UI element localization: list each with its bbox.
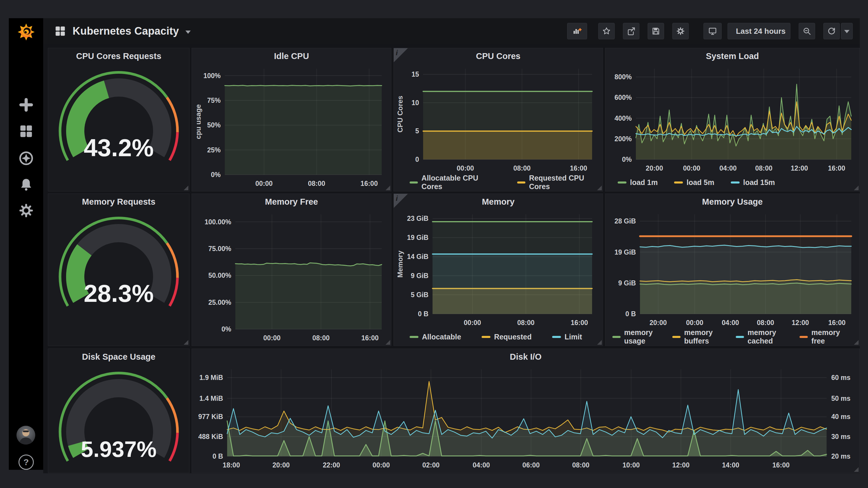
dashboard-header: Kubernetes Capacity: [43, 18, 860, 44]
refresh-button[interactable]: [823, 23, 840, 39]
svg-text:08:00: 08:00: [308, 180, 325, 187]
svg-text:Memory: Memory: [396, 251, 404, 278]
panel-title[interactable]: Memory Requests: [48, 194, 189, 209]
time-range-button[interactable]: Last 24 hours: [727, 23, 790, 39]
svg-text:16:00: 16:00: [362, 334, 379, 342]
memory-chart[interactable]: 0 B5 GiB9 GiB14 GiB19 GiB23 GiB00:0008:0…: [394, 209, 603, 329]
legend-item[interactable]: memory usage: [612, 328, 672, 345]
svg-text:00:00: 00:00: [263, 334, 281, 342]
svg-text:00:00: 00:00: [255, 180, 273, 187]
memory-requests-gauge[interactable]: 28.3%: [48, 209, 189, 342]
panel-title[interactable]: Disk I/O: [192, 349, 860, 365]
add-panel-button[interactable]: [567, 23, 587, 39]
legend-item[interactable]: load 1m: [618, 178, 658, 187]
resize-handle-icon[interactable]: [854, 340, 859, 345]
panel-info-corner[interactable]: i: [394, 194, 408, 208]
panel-system-load: System Load 0%200%400%600%800%20:0000:00…: [605, 48, 860, 191]
svg-text:00:00: 00:00: [464, 319, 481, 326]
legend-item[interactable]: Allocatable: [410, 333, 461, 341]
panel-title[interactable]: Idle CPU: [192, 48, 391, 64]
idle-cpu-chart[interactable]: 0%25%50%75%100%00:0008:0016:00cpu usage: [192, 64, 391, 190]
svg-text:02:00: 02:00: [422, 461, 440, 469]
time-range-label: Last 24 hours: [736, 27, 785, 36]
panel-title[interactable]: Memory: [394, 194, 603, 209]
share-button[interactable]: [623, 23, 640, 39]
svg-text:200%: 200%: [614, 135, 632, 143]
legend-item[interactable]: Allocatable CPU Cores: [410, 174, 497, 191]
grafana-logo[interactable]: [17, 22, 36, 42]
panel-memory: i Memory 0 B5 GiB9 GiB14 GiB19 GiB23 GiB…: [394, 194, 603, 346]
svg-text:23 GiB: 23 GiB: [407, 215, 428, 222]
resize-handle-icon[interactable]: [184, 340, 188, 345]
svg-text:28.3%: 28.3%: [84, 280, 154, 307]
panel-title[interactable]: CPU Cores: [394, 48, 603, 64]
star-button[interactable]: [598, 23, 615, 39]
save-button[interactable]: [648, 23, 664, 39]
resize-handle-icon[interactable]: [597, 340, 602, 345]
memory-usage-chart[interactable]: 0 B9 GiB19 GiB28 GiB20:0000:0004:0008:00…: [605, 209, 860, 329]
svg-text:19 GiB: 19 GiB: [614, 249, 636, 256]
alerting-bell-icon[interactable]: [19, 177, 33, 192]
resize-handle-icon[interactable]: [597, 186, 602, 190]
legend-item[interactable]: memory buffers: [672, 328, 736, 345]
help-icon[interactable]: ?: [19, 455, 34, 470]
svg-text:08:00: 08:00: [513, 164, 531, 172]
panel-title[interactable]: System Load: [605, 48, 860, 64]
panel-title[interactable]: Disk Space Usage: [48, 349, 189, 365]
resize-handle-icon[interactable]: [385, 186, 390, 190]
dashboard-picker-icon[interactable]: [54, 25, 66, 37]
create-plus-icon[interactable]: [19, 97, 33, 112]
chart-legend: Allocatable CPU CoresRequested CPU Cores: [394, 175, 603, 190]
svg-text:08:00: 08:00: [755, 164, 773, 172]
resize-handle-icon[interactable]: [854, 467, 859, 472]
dashboards-grid-icon[interactable]: [19, 124, 33, 139]
svg-text:600%: 600%: [614, 94, 632, 101]
refresh-interval-caret-button[interactable]: [841, 23, 853, 39]
legend-item[interactable]: load 5m: [674, 178, 714, 187]
configuration-gear-icon[interactable]: [19, 203, 33, 218]
svg-text:06:00: 06:00: [522, 461, 540, 469]
svg-text:5.937%: 5.937%: [81, 436, 157, 462]
panel-title[interactable]: Memory Free: [192, 194, 391, 209]
panel-memory-requests: Memory Requests 28.3%: [48, 194, 189, 346]
legend-item[interactable]: load 15m: [731, 178, 775, 187]
svg-text:16:00: 16:00: [570, 319, 588, 326]
legend-item[interactable]: memory free: [800, 328, 852, 345]
chart-legend: load 1mload 5mload 15m: [605, 175, 860, 190]
svg-text:20:00: 20:00: [646, 164, 663, 172]
panel-info-corner[interactable]: i: [394, 48, 408, 62]
panel-cpu-cores: i CPU Cores 05101500:0008:0016:00CPU Cor…: [394, 48, 603, 191]
svg-text:40 ms: 40 ms: [831, 413, 850, 420]
svg-text:100%: 100%: [203, 72, 221, 79]
zoom-out-button[interactable]: [799, 23, 815, 39]
legend-item[interactable]: memory cached: [736, 328, 800, 345]
svg-text:14 GiB: 14 GiB: [407, 253, 428, 260]
disk-space-usage-gauge[interactable]: 5.937%: [48, 365, 189, 464]
svg-text:5 GiB: 5 GiB: [411, 291, 428, 299]
legend-item[interactable]: Requested CPU Cores: [517, 174, 603, 191]
system-load-chart[interactable]: 0%200%400%600%800%20:0000:0004:0008:0012…: [605, 64, 860, 175]
memory-free-chart[interactable]: 0%25.00%50.00%75.00%100.00%00:0008:0016:…: [192, 209, 391, 345]
panel-memory-usage: Memory Usage 0 B9 GiB19 GiB28 GiB20:0000…: [605, 194, 860, 346]
tv-mode-button[interactable]: [704, 23, 722, 39]
svg-text:16:00: 16:00: [828, 164, 845, 172]
user-avatar[interactable]: [17, 426, 35, 445]
legend-item[interactable]: Requested: [482, 333, 532, 341]
panel-title[interactable]: Memory Usage: [605, 194, 860, 209]
resize-handle-icon[interactable]: [385, 340, 390, 345]
dashboard-title[interactable]: Kubernetes Capacity: [72, 25, 179, 37]
resize-handle-icon[interactable]: [854, 186, 859, 190]
cpu-cores-requests-gauge[interactable]: 43.2%: [48, 64, 189, 187]
explore-compass-icon[interactable]: [19, 151, 33, 166]
svg-text:00:00: 00:00: [457, 164, 474, 172]
svg-text:0 B: 0 B: [418, 310, 428, 318]
panel-title[interactable]: CPU Cores Requests: [48, 48, 189, 64]
resize-handle-icon[interactable]: [184, 186, 188, 190]
svg-text:00:00: 00:00: [373, 461, 390, 469]
disk-io-chart[interactable]: 0 B488 KiB977 KiB1.4 MiB1.9 MiB20 ms30 m…: [192, 365, 860, 471]
dashboard-title-caret-icon[interactable]: [185, 31, 191, 34]
legend-item[interactable]: Limit: [552, 333, 582, 341]
svg-text:04:00: 04:00: [719, 164, 737, 172]
cpu-cores-chart[interactable]: 05101500:0008:0016:00CPU Cores: [394, 64, 603, 175]
settings-gear-button[interactable]: [672, 23, 689, 39]
